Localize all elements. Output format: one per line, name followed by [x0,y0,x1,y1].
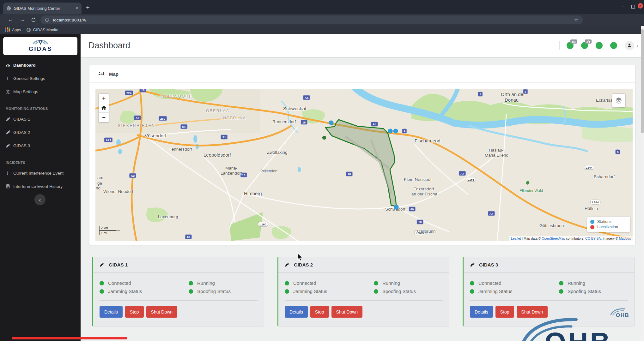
sidebar-item-map-settings[interactable]: Map Settings [0,85,81,98]
map-label: Maria Ellend [485,153,508,158]
details-button[interactable]: Details [285,306,308,318]
sidebar-item-general-settings[interactable]: General Settings [0,72,81,85]
ohb-logo: OHB [521,318,641,341]
station-name: GIDAS 1 [109,262,128,267]
satellite-icon [6,117,13,122]
road-shield: A4 [488,211,495,216]
bookmark-label: GIDAS Monito... [33,28,62,32]
map-label: Leopoldsdorf [204,152,231,158]
road-shield: 16 [185,235,192,239]
status-indicator-1: 3/3 [567,42,574,49]
status-badge: 3/3 [585,39,592,44]
window-maximize-button[interactable] [631,5,635,9]
localization-polygon [325,120,396,206]
sidebar-section-header: INCIDENTS [0,158,81,166]
info-icon [6,76,13,81]
sidebar-item-gidas-1[interactable]: GIDAS 1 [0,112,81,126]
details-button[interactable]: Details [470,306,493,318]
video-progress-bar[interactable] [12,337,127,339]
attribution-link[interactable]: CC-BY-SA [585,236,601,240]
browser-tab[interactable]: GIDAS Monitoring Center ✕ [3,3,82,14]
status-badge: 3/3 [570,39,577,44]
forward-button[interactable]: → [20,14,25,26]
green-marker[interactable] [322,136,326,140]
stop-button[interactable]: Stop [310,306,329,318]
map-label: an der Fischa [411,192,437,196]
station-card-header: GIDAS 1 [93,257,264,273]
mouse-cursor [296,253,303,263]
sidebar-divider [0,101,81,101]
tab-close-icon[interactable]: ✕ [75,6,78,10]
shut-down-button[interactable]: Shut Down [517,306,548,318]
stop-button[interactable]: Stop [125,306,144,318]
map-card-title: Map [109,71,118,77]
sidebar-item-dashboard[interactable]: Dashboard [0,58,81,72]
station-marker[interactable] [329,121,334,125]
address-bar[interactable]: localhost:8001/#/ ☆ [40,15,583,24]
road-shield: 3 [478,92,483,97]
status-label: Running [197,280,215,286]
map-zoom-control: + − [99,93,109,123]
road-shield: A2 [129,173,136,178]
map-label: Maria- [225,166,237,170]
details-button[interactable]: Details [100,306,123,318]
status-indicator-2: 3/3 [581,42,588,49]
map[interactable]: L160L2001L166L144L14422416A2230S1S1A21A2… [95,89,633,241]
attribution-link[interactable]: Mapbox [619,236,631,240]
page-info-icon[interactable] [45,18,49,22]
map-label: Schwechat [283,106,306,111]
window-close-button[interactable]: ✕ [638,3,643,9]
attribution-link[interactable]: OpenStreetMap [542,236,565,240]
sidebar-item-current-interference-event[interactable]: Current Interference Event [0,166,81,180]
home-button[interactable] [99,103,109,113]
reload-button[interactable] [31,14,36,26]
station-marker[interactable] [393,129,398,134]
map-icon [6,89,13,94]
shut-down-button[interactable]: Shut Down [146,306,177,318]
layers-control[interactable] [612,93,626,107]
sidebar-item-gidas-3[interactable]: GIDAS 3 [0,139,81,152]
shut-down-button[interactable]: Shut Down [331,306,362,318]
status-jamming-status: Jamming Status [470,289,559,294]
green-status-dot [189,289,193,294]
url-text[interactable]: localhost:8001/#/ [53,18,574,22]
scrollbar[interactable] [641,26,644,341]
window-minimize-button[interactable]: – [622,4,624,9]
sidebar-collapse-button[interactable]: ‹ [34,194,46,205]
new-tab-button[interactable]: + [86,4,90,11]
bookmark-item-1[interactable]: GIDAS Monito... [26,27,62,32]
green-status-dot [470,289,474,294]
status-label: Jamming Status [478,289,513,294]
sidebar-item-label: GIDAS 3 [13,143,30,148]
bookmark-star-icon[interactable]: ☆ [574,17,578,23]
station-marker[interactable] [394,205,399,210]
legend-item: Localization [590,225,627,229]
gidas-logo[interactable]: GIDAS [3,37,77,55]
map-attribution: Leaflet | Map data © OpenStreetMap contr… [509,236,633,241]
zoom-in-button[interactable]: + [99,94,109,103]
sidebar-item-interference-event-history[interactable]: Interference Event History [0,180,81,193]
map-label: Zwölfaxing [267,150,288,155]
stop-button[interactable]: Stop [495,306,514,318]
attribution-link[interactable]: Leaflet [511,236,521,240]
road-shield: A21 [104,138,112,142]
station-buttons: DetailsStopShut Down [93,301,264,318]
status-indicator-4 [610,42,617,49]
station-marker[interactable] [388,129,393,134]
status-connected: Connected [285,280,374,286]
status-connected: Connected [100,280,189,286]
bookmark-item-0[interactable]: Apps [5,27,21,32]
back-button[interactable]: ← [8,14,13,26]
status-running: Running [189,280,264,286]
map-label: am [97,175,103,180]
sidebar-nav: DashboardGeneral SettingsMap SettingsMON… [0,58,81,193]
map-label: Scharndorf [594,174,615,179]
sidebar-item-gidas-2[interactable]: GIDAS 2 [0,126,81,139]
chevron-right-icon[interactable]: › [636,42,638,49]
user-avatar[interactable] [625,41,634,50]
sidebar-item-label: GIDAS 1 [13,117,30,122]
scrollbar-thumb[interactable] [641,29,644,133]
map-label: Laxenburg [158,214,178,219]
station-card-header: GIDAS 2 [278,257,449,273]
zoom-out-button[interactable]: − [99,113,109,122]
